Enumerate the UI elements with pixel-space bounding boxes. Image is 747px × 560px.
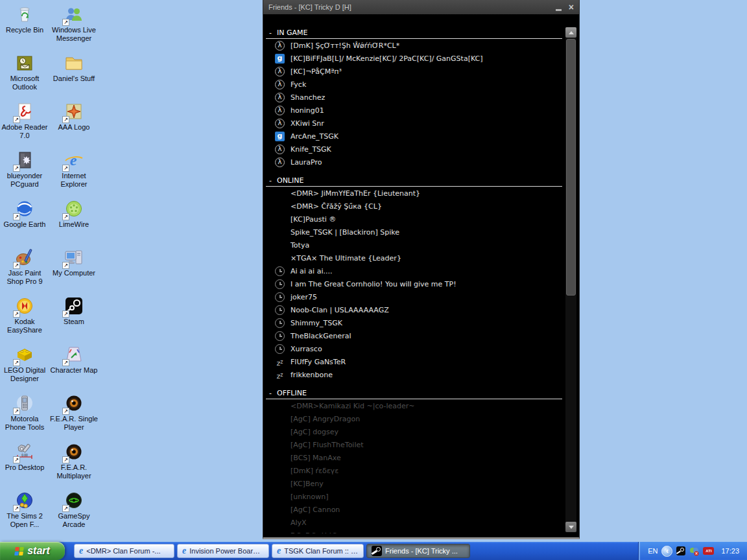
desktop-icon-daniels-stuff[interactable]: Daniel's Stuff — [49, 52, 99, 83]
desktop-icon-fear-single-player[interactable]: ↗ F.E.A.R. Single Player — [49, 393, 99, 432]
desktop-icon-motorola-phone-tools[interactable]: ↗ Motorola Phone Tools — [0, 393, 49, 432]
desktop-icon-fear-multiplayer[interactable]: ↗ F.E.A.R. Multiplayer — [49, 441, 99, 480]
internet-explorer-icon — [277, 546, 281, 555]
friend-row[interactable]: Spike_TSGK | [Blackiron] Spike — [266, 226, 562, 239]
friend-row[interactable]: Noob-Clan | USLAAAAAAGZ — [266, 303, 562, 316]
desktop-icon-internet-explorer[interactable]: e↗ Internet Explorer — [49, 150, 99, 189]
shortcut-arrow-icon: ↗ — [62, 505, 69, 512]
friend-row[interactable]: [BCS] ManAxe — [266, 451, 562, 464]
desktop-icon-my-computer[interactable]: ↗ My Computer — [49, 247, 99, 277]
taskbar-button-tsgk-clan-forum[interactable]: TSGK Clan Forum :: Vi... — [272, 544, 364, 558]
clock[interactable]: 17:23 — [721, 547, 739, 555]
friend-row[interactable]: XKiwi Snr — [266, 117, 562, 130]
desktop-icon-aaa-logo[interactable]: ↗ AAA Logo — [49, 101, 99, 132]
shortcut-arrow-icon: ↗ — [13, 408, 20, 415]
desktop-icon-limewire[interactable]: ↗ LimeWire — [49, 198, 99, 229]
desktop-icon-gamespy-arcade[interactable]: ↗ GameSpy Arcade — [49, 490, 99, 529]
friend-row[interactable]: Knife_TSGK — [266, 143, 562, 156]
friend-row[interactable]: FlUfFy GaNsTeR — [266, 355, 562, 368]
friend-row[interactable]: ArcAne_TSGK — [266, 130, 562, 143]
desktop-icon-pro-desktop[interactable]: 0.00↗ Pro Desktop — [0, 441, 49, 472]
friend-name: Totya — [290, 241, 309, 250]
shortcut-arrow-icon: ↗ — [13, 456, 20, 463]
friend-row[interactable]: [KC]BiFFJaB[L]/ McKenzie[KC]/ 2PaC[KC]/ … — [266, 52, 562, 65]
scroll-down-button[interactable] — [565, 522, 576, 532]
close-button[interactable] — [569, 3, 574, 12]
friend-row[interactable]: [DmK] ŕεδεγε — [266, 464, 562, 477]
friend-row[interactable]: [AgC] FlushTheToilet — [266, 438, 562, 451]
desktop-icon-microsoft-outlook[interactable]: Microsoft Outlook — [0, 52, 49, 91]
friend-row[interactable]: Totya — [266, 239, 562, 251]
desktop-icon-recycle-bin[interactable]: Recycle Bin — [0, 4, 49, 34]
shortcut-arrow-icon: ↗ — [62, 456, 69, 463]
no-status-icon — [275, 228, 285, 237]
collapse-icon[interactable] — [269, 176, 272, 185]
friend-row[interactable]: [AgC] dogsey — [266, 425, 562, 438]
friend-name: [BCS] ManAxe — [290, 454, 341, 462]
friend-row[interactable]: Fyck — [266, 78, 562, 91]
desktop-icon-google-earth[interactable]: ↗ Google Earth — [0, 198, 49, 229]
friends-section-header[interactable]: ONLINE — [266, 175, 562, 187]
friend-row[interactable]: AlyX — [266, 516, 562, 529]
friend-row[interactable]: joker75 — [266, 290, 562, 303]
friend-row[interactable]: Ai ai ai ai.... — [266, 264, 562, 277]
taskbar-button-dmr-clan-forum[interactable]: <DMR> Clan Forum -... — [74, 544, 174, 558]
friends-titlebar[interactable]: Friends - [KC] Tricky D [H] — [263, 0, 579, 14]
desktop-icon-lego-digital-designer[interactable]: ↗ LEGO Digital Designer — [0, 344, 49, 383]
taskbar-button-invision-power-board[interactable]: Invision Power Board ... — [177, 544, 269, 558]
friend-name: XKiwi Snr — [290, 119, 324, 128]
friend-row[interactable]: honing01 — [266, 104, 562, 117]
desktop-icon-adobe-reader[interactable]: ↗ Adobe Reader 7.0 — [0, 101, 49, 140]
friend-row[interactable]: [AgC] AngryDragon — [266, 412, 562, 425]
friend-row[interactable]: ×TGA× The Ultimate {Leader} — [266, 251, 562, 264]
friend-row[interactable]: [AgC] Cannon — [266, 503, 562, 516]
friend-row[interactable]: <DMR>Kamikazi Kid ~|co-leader~ — [266, 399, 562, 412]
friend-row[interactable]: [KC]Pausti ® — [266, 213, 562, 226]
scroll-up-button[interactable] — [565, 27, 576, 38]
friend-row[interactable]: Xurrasco — [266, 342, 562, 355]
desktop-icon-windows-live-messenger[interactable]: ↗ Windows Live Messenger — [49, 4, 99, 43]
friends-section-header[interactable]: IN GAME — [266, 27, 562, 39]
desktop-icon-character-map[interactable]: ↗ Character Map — [49, 344, 99, 375]
scrollbar-thumb[interactable] — [566, 39, 576, 296]
friend-row[interactable]: [DmK] ŞçƠтт!Şh ŴǿŕŕıƠR*CL* — [266, 39, 562, 52]
taskbar-button-friends[interactable]: Friends - [KC] Tricky ... — [366, 544, 470, 558]
friend-row[interactable]: I am The Great Cornholio! You will give … — [266, 277, 562, 290]
half-life-icon — [275, 106, 285, 115]
collapse-icon[interactable] — [269, 389, 272, 397]
hide-icons-chevron[interactable] — [661, 546, 672, 557]
friend-row[interactable]: [KC]¬PåÇMªп³ — [266, 65, 562, 78]
friend-row[interactable]: frikkenbone — [266, 368, 562, 381]
steam-tray-icon[interactable] — [676, 546, 685, 555]
messenger-offline-tray-icon[interactable] — [689, 546, 699, 556]
friend-row[interactable]: Shimmy_TSGK — [266, 316, 562, 329]
friend-row[interactable]: <DMR> Čřǎžŷ Şűка {CL} — [266, 200, 562, 213]
friend-row[interactable]: LauraPro — [266, 156, 562, 169]
friend-row[interactable]: [KC]Beny — [266, 477, 562, 490]
language-indicator[interactable]: EN — [648, 547, 658, 555]
desktop-icon-blueyonder-pcguard[interactable]: ↗ blueyonder PCguard — [0, 150, 49, 189]
desktop-icon-steam[interactable]: ↗ Steam — [49, 296, 99, 326]
start-button[interactable]: start — [0, 542, 65, 560]
friend-name: [AgC] Cannon — [290, 506, 340, 514]
svg-text:e: e — [70, 152, 77, 169]
away-icon — [275, 279, 285, 289]
friend-row[interactable]: TheBlackGeneral — [266, 329, 562, 342]
friend-row[interactable]: B@rB@cUd@ — [266, 529, 562, 533]
section-label: IN GAME — [277, 29, 307, 37]
desktop-icon-label: AAA Logo — [49, 123, 99, 132]
ati-tray-icon[interactable] — [703, 547, 714, 555]
friend-row[interactable]: Shanchez — [266, 91, 562, 104]
friend-row[interactable]: <DMR> JiMmYfEaThEr {Lieutenant} — [266, 187, 562, 200]
friends-section-header[interactable]: OFFLINE — [266, 388, 562, 399]
friend-name: <DMR>Kamikazi Kid ~|co-leader~ — [290, 402, 415, 410]
friend-row[interactable]: [unknown] — [266, 490, 562, 503]
desktop-icon-the-sims-2[interactable]: ↗ The Sims 2 Open F... — [0, 490, 49, 529]
half-life-icon — [275, 145, 285, 154]
friends-scrollbar[interactable] — [565, 27, 576, 532]
collapse-icon[interactable] — [269, 29, 272, 37]
minimize-button[interactable] — [556, 9, 562, 11]
friends-window: Friends - [KC] Tricky D [H] IN GAME[DmK]… — [263, 0, 580, 539]
desktop-icon-jasc-paint-shop[interactable]: ↗ Jasc Paint Shop Pro 9 — [0, 247, 49, 286]
desktop-icon-kodak-easyshare[interactable]: ↗ Kodak EasyShare — [0, 296, 49, 334]
